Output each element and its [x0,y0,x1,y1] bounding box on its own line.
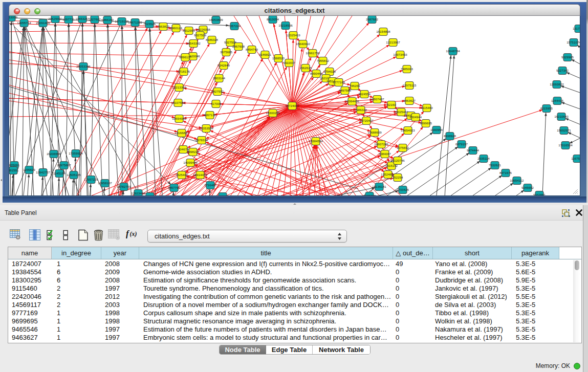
table-selector-dropdown[interactable]: citations_edges.txt [147,230,347,243]
table-row[interactable]: 911546021997Tourette syndrome. Phenomeno… [8,285,581,293]
svg-text:16210643: 16210643 [554,115,569,118]
svg-text:3498222: 3498222 [187,150,200,154]
table-row[interactable]: 977716911998Corpus callosum shape and si… [8,309,581,317]
splitter-collapse-icon[interactable] [293,203,296,205]
cell-out_degree: 0 [396,309,432,317]
svg-text:6794028: 6794028 [323,70,336,73]
cell-title: Genome-wide association studies in ADHD. [143,268,392,276]
memory-status-indicator[interactable] [574,363,580,369]
svg-text:10961758: 10961758 [306,51,320,55]
cell-pagerank: 5.3E-5 [516,260,558,268]
tab-node-table[interactable]: Node Table [220,345,266,354]
svg-text:7357224: 7357224 [228,24,241,28]
cell-name: 14569117 [12,301,51,309]
network-canvas[interactable]: 2063009140557142009140620629990109773110… [9,16,580,196]
svg-text:(x): (x) [130,230,137,237]
column-header-short[interactable]: short [433,247,512,259]
cell-out_degree: 0 [396,293,432,301]
cell-out_degree: 0 [396,334,432,342]
cell-pagerank: 5.3E-5 [516,301,558,309]
cytoscape-app: citations_edges.txt 20630091405571420091… [0,0,588,372]
svg-text:19166827: 19166827 [175,131,189,135]
svg-text:20629990: 20629990 [48,17,62,20]
cell-in_degree: 1 [57,260,100,268]
column-header-in_degree[interactable]: in_degree [52,247,101,259]
svg-text:19384554: 19384554 [309,139,323,143]
svg-text:7515526: 7515526 [143,22,156,26]
cell-name: 9115460 [12,285,51,293]
svg-text:17016504: 17016504 [558,143,573,147]
svg-text:7485003: 7485003 [401,67,413,71]
table-row[interactable]: 969969511998Structural magnetic resonanc… [8,317,581,325]
table-row[interactable]: 1456911722003Disruption of a novel membe… [8,301,581,309]
cell-title: Tourette syndrome. Phenomenology and cla… [143,285,392,293]
svg-text:16671355: 16671355 [128,20,142,24]
table-row[interactable]: 1938455462009Genome-wide association stu… [8,268,581,276]
table-row[interactable]: 946554611997Estimation of the future num… [8,325,581,334]
table-scrollbar[interactable] [573,260,580,342]
cell-short: Wolkin et al. (1998) [435,317,511,325]
window-title: citations_edges.txt [9,7,580,14]
svg-text:8267130: 8267130 [204,113,216,117]
float-panel-icon[interactable] [562,209,570,217]
svg-text:9245652: 9245652 [521,186,534,189]
svg-text:9084067: 9084067 [379,152,391,156]
svg-text:7663822: 7663822 [157,25,170,28]
svg-text:3624554: 3624554 [358,92,371,96]
table-row[interactable]: 946362711997Embryonic stem cells: a mode… [8,334,581,342]
table-row[interactable]: 1830029562008Estimation of significance … [8,276,581,285]
tab-edge-table[interactable]: Edge Table [266,345,313,354]
svg-text:1317254: 1317254 [573,27,580,30]
svg-text:1588520: 1588520 [272,56,285,60]
svg-text:18807249: 18807249 [374,142,388,146]
tab-network-table[interactable]: Network Table [313,345,370,354]
svg-text:7986322: 7986322 [355,108,367,112]
svg-text:12325419: 12325419 [286,33,300,37]
column-header-out_degree[interactable]: △ out_de… [393,247,433,259]
svg-text:15751074: 15751074 [567,40,580,44]
svg-text:1640954: 1640954 [430,128,443,132]
cell-pagerank: 5.3E-5 [516,317,558,325]
svg-text:1733542: 1733542 [216,194,229,195]
new-file-icon[interactable] [78,229,89,243]
cell-in_degree: 2 [57,293,100,301]
table-settings-icon[interactable] [10,229,21,242]
delete-trash-icon[interactable] [93,229,104,243]
cell-year: 1998 [105,317,138,325]
svg-text:14099489: 14099489 [183,161,198,164]
function-builder-icon[interactable]: f (x) [126,228,139,240]
svg-text:9227342: 9227342 [556,69,569,72]
svg-text:9357609: 9357609 [144,194,157,195]
network-graph: 2063009140557142009140620629990109773110… [9,16,580,195]
cell-short: Franke et al. (2009) [435,268,511,276]
column-header-name[interactable]: name [8,247,52,259]
deselect-all-rows-icon[interactable] [63,229,69,243]
svg-text:6497568: 6497568 [339,89,352,92]
column-header-title[interactable]: title [139,247,393,259]
svg-text:9857791: 9857791 [168,186,181,189]
cell-out_degree: 0 [396,285,432,293]
cell-short: Yano et al. (2008) [435,260,511,268]
select-all-rows-icon[interactable] [47,229,56,243]
svg-text:1075692: 1075692 [397,146,409,149]
close-panel-icon[interactable] [575,209,583,216]
cell-name: 18724007 [12,260,51,268]
table-row[interactable]: 1872400712008Changes of HCN gene express… [8,260,581,268]
svg-text:8990448: 8990448 [310,72,323,75]
window-resize-grip[interactable] [572,189,579,194]
column-header-pagerank[interactable]: pagerank [512,247,559,259]
svg-text:1156829: 1156829 [23,168,35,171]
cell-name: 9777169 [12,309,51,317]
cell-in_degree: 1 [57,309,100,317]
svg-text:3716485: 3716485 [204,183,217,187]
table-scrollbar-thumb[interactable] [575,260,579,270]
panel-collapse-arrow-icon[interactable] [1,179,2,181]
column-header-year[interactable]: year [101,247,139,259]
svg-text:15136141: 15136141 [372,185,386,188]
svg-text:12505135: 12505135 [67,173,81,177]
svg-text:9146821: 9146821 [259,53,272,56]
table-row[interactable]: 2242004622012Investigating the contribut… [8,293,581,301]
svg-text:19654923: 19654923 [401,128,415,132]
window-titlebar[interactable]: citations_edges.txt [9,4,580,16]
select-column-icon[interactable] [29,229,40,243]
